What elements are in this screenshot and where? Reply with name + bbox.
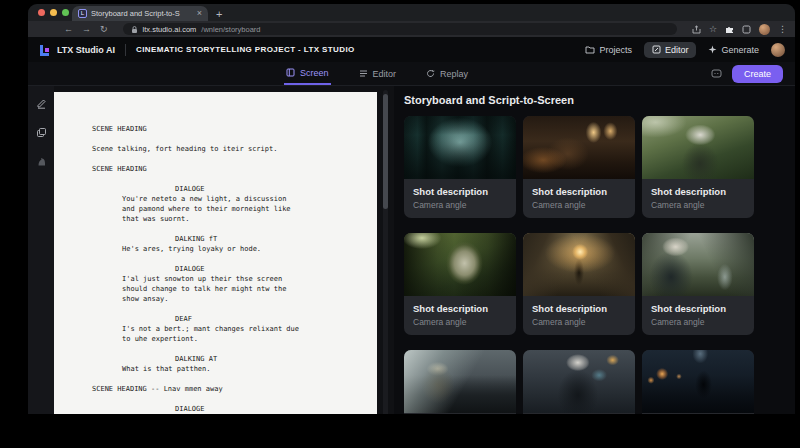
shot-thumbnail[interactable]: [642, 350, 754, 413]
forward-icon[interactable]: →: [82, 24, 91, 34]
camera-angle-label[interactable]: Camera angle: [651, 317, 745, 327]
storyboard-card-7[interactable]: Shot description Camera angle: [404, 350, 516, 414]
screenplay-page[interactable]: SCENE HEADING Scene talking, fort headin…: [54, 92, 377, 414]
browser-profile-avatar[interactable]: [759, 24, 770, 35]
generate-button[interactable]: Generate: [708, 45, 759, 55]
shot-thumbnail[interactable]: [404, 233, 516, 296]
shot-thumbnail[interactable]: [404, 350, 516, 413]
desktop-background: L Storyboard and Script-to-S × + ← → ↻ l…: [0, 0, 800, 448]
view-tabs: Screen Editor Replay: [284, 62, 470, 85]
url-bar[interactable]: ltx.studio.ai.com/wnlen/storyboard: [123, 23, 677, 35]
main-content: SCENE HEADING Scene talking, fort headin…: [28, 86, 795, 414]
tab-title: Storyboard and Script-to-S: [91, 9, 193, 18]
projects-button[interactable]: Projects: [585, 45, 632, 55]
character-cue[interactable]: DALKING AT: [175, 354, 377, 364]
camera-angle-label[interactable]: Camera angle: [413, 200, 507, 210]
url-path: /wnlen/storyboard: [201, 25, 260, 34]
script-scrollbar[interactable]: [383, 90, 388, 414]
scrollbar-thumb[interactable]: [383, 94, 388, 209]
camera-angle-label[interactable]: Camera angle: [413, 317, 507, 327]
copy-pages-icon[interactable]: [36, 127, 47, 138]
view-toolbar: Screen Editor Replay Create: [28, 62, 795, 86]
storyboard-grid: Shot description Camera angle Shot descr…: [404, 116, 795, 414]
shot-description-label[interactable]: Shot description: [532, 186, 626, 197]
bookmark-star-icon[interactable]: ☆: [709, 24, 717, 34]
write-pencil-icon[interactable]: [36, 98, 47, 109]
browser-menu-icon[interactable]: ⋮: [778, 24, 787, 34]
shot-description-label[interactable]: Shot description: [413, 186, 507, 197]
toolbar-right: Create: [711, 62, 795, 85]
feedback-comment-icon[interactable]: [711, 65, 722, 83]
storyboard-title: Storyboard and Script-to-Screen: [404, 94, 795, 106]
browser-action-icons: ☆ ⋮: [692, 24, 787, 35]
shot-description-label[interactable]: Shot description: [413, 303, 507, 314]
scene-heading[interactable]: SCENE HEADING: [92, 164, 377, 174]
scene-heading[interactable]: SCENE HEADING: [92, 124, 377, 134]
dialogue-line[interactable]: I's not a bert.; mant changes relixant d…: [122, 324, 377, 344]
left-tool-strip: [28, 86, 54, 414]
create-button[interactable]: Create: [732, 65, 783, 83]
sparkle-icon: [708, 45, 717, 54]
action-line[interactable]: Scene talking, fort heading to iteir scr…: [92, 144, 377, 154]
new-tab-button[interactable]: +: [216, 7, 222, 21]
cast-knight-icon[interactable]: [36, 156, 47, 167]
tab-group-icon[interactable]: [742, 25, 751, 34]
storyboard-card-2[interactable]: Shot description Camera angle: [523, 116, 635, 218]
camera-angle-label[interactable]: Camera angle: [532, 200, 626, 210]
shot-thumbnail[interactable]: [523, 233, 635, 296]
zoom-window-button[interactable]: [62, 9, 69, 16]
browser-tab[interactable]: L Storyboard and Script-to-S ×: [72, 6, 208, 21]
storyboard-card-4[interactable]: Shot description Camera angle: [404, 233, 516, 335]
scene-heading[interactable]: SCENE HEADING -- Lnav mmen away: [92, 384, 377, 394]
dialogue-line[interactable]: He's ares, trying loyaky or hode.: [122, 244, 377, 254]
reload-icon[interactable]: ↻: [100, 24, 108, 34]
storyboard-card-8[interactable]: Shot description Camera angle: [523, 350, 635, 414]
window-controls: [38, 9, 69, 16]
editor-button[interactable]: Editor: [644, 42, 697, 58]
ltx-logo-icon[interactable]: [38, 43, 51, 56]
browser-address-bar: ← → ↻ ltx.studio.ai.com/wnlen/storyboard…: [28, 21, 795, 37]
shot-description-label[interactable]: Shot description: [651, 303, 745, 314]
lock-icon: [131, 20, 138, 38]
tab-screen[interactable]: Screen: [284, 62, 331, 85]
character-cue[interactable]: DIALOGE: [175, 404, 377, 414]
list-icon: [359, 69, 368, 78]
storyboard-card-5[interactable]: Shot description Camera angle: [523, 233, 635, 335]
tab-editor[interactable]: Editor: [357, 62, 399, 85]
dialogue-line[interactable]: What is that patthen.: [122, 364, 377, 374]
app-header: LTX Studio AI CINEMATIC STORYTELLING PRO…: [28, 37, 795, 62]
share-icon[interactable]: [692, 25, 701, 34]
user-avatar[interactable]: [771, 43, 785, 57]
storyboard-panel: Storyboard and Script-to-Screen Shot des…: [394, 86, 795, 414]
extensions-puzzle-icon[interactable]: [725, 25, 734, 34]
back-icon[interactable]: ←: [64, 24, 73, 34]
shot-thumbnail[interactable]: [523, 116, 635, 179]
minimize-window-button[interactable]: [50, 9, 57, 16]
brand-name: LTX Studio AI: [57, 45, 115, 55]
storyboard-card-9[interactable]: Shot description Camera angle: [642, 350, 754, 414]
shot-thumbnail[interactable]: [523, 350, 635, 413]
dialogue-line[interactable]: You're neteto a new light, a discussion …: [122, 194, 377, 224]
shot-description-label[interactable]: Shot description: [532, 303, 626, 314]
pencil-square-icon: [652, 45, 661, 54]
shot-thumbnail[interactable]: [642, 116, 754, 179]
character-cue[interactable]: DALKING fT: [175, 234, 377, 244]
camera-angle-label[interactable]: Camera angle: [532, 317, 626, 327]
close-window-button[interactable]: [38, 9, 45, 16]
tab-replay[interactable]: Replay: [424, 62, 470, 85]
camera-angle-label[interactable]: Camera angle: [651, 200, 745, 210]
browser-tab-strip: L Storyboard and Script-to-S × +: [28, 4, 795, 21]
shot-description-label[interactable]: Shot description: [651, 186, 745, 197]
favicon-icon: L: [78, 9, 87, 18]
script-panel: SCENE HEADING Scene talking, fort headin…: [54, 86, 394, 414]
shot-thumbnail[interactable]: [642, 233, 754, 296]
storyboard-card-1[interactable]: Shot description Camera angle: [404, 116, 516, 218]
shot-thumbnail[interactable]: [404, 116, 516, 179]
character-cue[interactable]: DIALOGE: [175, 264, 377, 274]
dialogue-line[interactable]: I'al just snowton up their thse screen s…: [122, 274, 377, 304]
close-tab-icon[interactable]: ×: [197, 9, 202, 18]
storyboard-card-3[interactable]: Shot description Camera angle: [642, 116, 754, 218]
character-cue[interactable]: DIALOGE: [175, 184, 377, 194]
character-cue[interactable]: DEAF: [175, 314, 377, 324]
storyboard-card-6[interactable]: Shot description Camera angle: [642, 233, 754, 335]
